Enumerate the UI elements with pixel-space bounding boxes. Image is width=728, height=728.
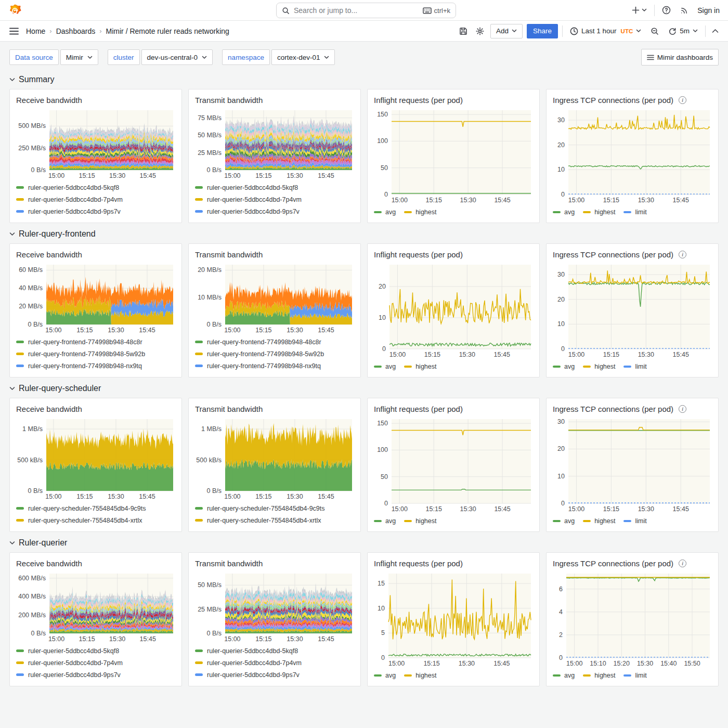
- info-icon[interactable]: i: [679, 96, 686, 104]
- variable-cluster-label[interactable]: cluster: [108, 49, 140, 65]
- menu-toggle[interactable]: [7, 25, 21, 37]
- chart-svg[interactable]: 0 B/s250 MB/s500 MB/s15:0015:1515:3015:4…: [16, 107, 175, 180]
- legend-label[interactable]: avg: [385, 363, 396, 370]
- news-button[interactable]: [678, 4, 691, 17]
- legend-label[interactable]: highest: [594, 672, 615, 679]
- legend-label[interactable]: ruler-querier-5ddbcc4dbd-9ps7v: [28, 671, 121, 679]
- panel-title[interactable]: Inflight requests (per pod): [374, 405, 463, 413]
- legend-label[interactable]: highest: [594, 363, 615, 370]
- variable-namespace-label[interactable]: namespace: [222, 49, 270, 65]
- section-header-ruler-querier[interactable]: Ruler-querier: [9, 538, 719, 548]
- legend-label[interactable]: avg: [385, 517, 396, 525]
- panel-title[interactable]: Transmit bandwidth: [195, 405, 263, 413]
- breadcrumb-home[interactable]: Home: [26, 27, 45, 35]
- search-input[interactable]: Search or jump to... ctrl+k: [276, 3, 456, 18]
- chart-area[interactable]: 0 B/s250 MB/s500 MB/s15:0015:1515:3015:4…: [16, 107, 175, 180]
- variable-datasource-label[interactable]: Data source: [9, 49, 59, 65]
- chart-area[interactable]: 05010015015:0015:1515:3015:45: [374, 107, 533, 204]
- legend-label[interactable]: ruler-query-scheduler-7554845db4-xrtlx: [207, 517, 321, 524]
- help-button[interactable]: [660, 4, 673, 17]
- chart-svg[interactable]: 05101515:0015:1515:3015:45: [374, 570, 533, 668]
- info-icon[interactable]: i: [679, 560, 686, 567]
- chart-svg[interactable]: 05010015015:0015:1515:3015:45: [374, 107, 533, 204]
- panel-title[interactable]: Inflight requests (per pod): [374, 96, 463, 105]
- panel-title[interactable]: Transmit bandwidth: [195, 250, 263, 259]
- chart-area[interactable]: 0102015:0015:1515:3015:45: [374, 262, 533, 359]
- legend-label[interactable]: ruler-querier-5ddbcc4dbd-7p4vm: [207, 659, 302, 667]
- chart-svg[interactable]: 0 B/s25 MB/s50 MB/s15:0015:1515:3015:45: [195, 570, 354, 643]
- legend-label[interactable]: highest: [594, 209, 615, 216]
- kiosk-mode-button[interactable]: [710, 27, 721, 35]
- section-header-ruler-query-frontend[interactable]: Ruler-query-frontend: [9, 229, 719, 239]
- legend-label[interactable]: avg: [564, 517, 575, 525]
- legend-label[interactable]: highest: [415, 363, 436, 370]
- panel-title[interactable]: Transmit bandwidth: [195, 96, 263, 105]
- panel-title[interactable]: Ingress TCP connections (per pod): [553, 559, 673, 568]
- grafana-logo[interactable]: [8, 4, 22, 17]
- panel-title[interactable]: Ingress TCP connections (per pod): [553, 250, 673, 259]
- legend-label[interactable]: highest: [415, 517, 436, 525]
- add-button[interactable]: Add: [490, 24, 523, 38]
- variable-namespace-value[interactable]: cortex-dev-01: [271, 49, 335, 65]
- panel-title[interactable]: Receive bandwidth: [16, 250, 82, 259]
- legend-label[interactable]: avg: [385, 209, 396, 216]
- legend-label[interactable]: ruler-querier-5ddbcc4dbd-5kqf8: [207, 184, 298, 191]
- legend-label[interactable]: limit: [635, 672, 646, 679]
- breadcrumb-dashboards[interactable]: Dashboards: [56, 27, 96, 35]
- info-icon[interactable]: i: [679, 405, 686, 413]
- legend-label[interactable]: ruler-query-frontend-774998b948-48c8r: [28, 339, 142, 346]
- legend-label[interactable]: ruler-querier-5ddbcc4dbd-7p4vm: [28, 196, 123, 203]
- legend-label[interactable]: ruler-query-frontend-774998b948-nx9tq: [28, 362, 142, 370]
- variable-cluster-value[interactable]: dev-us-central-0: [141, 49, 213, 65]
- dashboard-settings-button[interactable]: [474, 25, 486, 37]
- new-button[interactable]: [630, 4, 649, 16]
- chart-area[interactable]: 010203015:0015:1515:3015:45: [553, 262, 712, 359]
- legend-label[interactable]: ruler-query-scheduler-7554845db4-9c9ts: [28, 505, 146, 512]
- panel-title[interactable]: Receive bandwidth: [16, 559, 82, 568]
- legend-label[interactable]: limit: [635, 517, 646, 525]
- legend-label[interactable]: ruler-querier-5ddbcc4dbd-9ps7v: [207, 208, 300, 215]
- panel-title[interactable]: Ingress TCP connections (per pod): [553, 96, 673, 105]
- legend-label[interactable]: ruler-query-frontend-774998b948-48c8r: [207, 339, 321, 346]
- chart-svg[interactable]: 0 B/s500 kB/s1 MB/s15:0015:1515:3015:45: [16, 416, 175, 501]
- chart-svg[interactable]: 024615:0015:1015:2015:3015:4015:50: [553, 570, 712, 668]
- chart-svg[interactable]: 0 B/s10 MB/s20 MB/s15:0015:1515:3015:45: [195, 262, 354, 334]
- chart-area[interactable]: 0 B/s25 MB/s50 MB/s15:0015:1515:3015:45: [195, 570, 354, 643]
- chart-area[interactable]: 010203015:0015:1515:3015:45: [553, 416, 712, 513]
- share-button[interactable]: Share: [527, 24, 558, 38]
- legend-label[interactable]: highest: [415, 209, 436, 216]
- chart-area[interactable]: 010203015:0015:1515:3015:45: [553, 107, 712, 204]
- chart-area[interactable]: 05010015015:0015:1515:3015:45: [374, 416, 533, 513]
- legend-label[interactable]: ruler-query-scheduler-7554845db4-9c9ts: [207, 505, 325, 512]
- legend-label[interactable]: ruler-querier-5ddbcc4dbd-5kqf8: [28, 184, 119, 191]
- chart-svg[interactable]: 010203015:0015:1515:3015:45: [553, 262, 712, 359]
- sign-in-link[interactable]: Sign in: [696, 6, 720, 15]
- panel-title[interactable]: Inflight requests (per pod): [374, 250, 463, 259]
- chart-area[interactable]: 0 B/s200 MB/s400 MB/s600 MB/s15:0015:151…: [16, 570, 175, 643]
- legend-label[interactable]: ruler-querier-5ddbcc4dbd-9ps7v: [28, 208, 121, 215]
- panel-title[interactable]: Receive bandwidth: [16, 96, 82, 105]
- section-header-summary[interactable]: Summary: [9, 75, 719, 84]
- legend-label[interactable]: avg: [564, 209, 575, 216]
- legend-label[interactable]: ruler-query-scheduler-7554845db4-xrtlx: [28, 517, 142, 524]
- panel-title[interactable]: Ingress TCP connections (per pod): [553, 405, 673, 413]
- legend-label[interactable]: ruler-querier-5ddbcc4dbd-7p4vm: [207, 196, 302, 203]
- chart-area[interactable]: 0 B/s500 kB/s1 MB/s15:0015:1515:3015:45: [195, 416, 354, 501]
- legend-label[interactable]: avg: [385, 672, 396, 679]
- legend-label[interactable]: limit: [635, 209, 646, 216]
- legend-label[interactable]: ruler-querier-5ddbcc4dbd-7p4vm: [28, 659, 123, 667]
- chart-svg[interactable]: 0 B/s500 kB/s1 MB/s15:0015:1515:3015:45: [195, 416, 354, 501]
- chart-svg[interactable]: 0 B/s20 MB/s40 MB/s60 MB/s15:0015:1515:3…: [16, 262, 175, 334]
- time-range-picker[interactable]: Last 1 hour UTC: [567, 25, 644, 37]
- section-header-ruler-query-scheduler[interactable]: Ruler-query-scheduler: [9, 384, 719, 393]
- legend-label[interactable]: avg: [564, 363, 575, 370]
- chart-svg[interactable]: 0102015:0015:1515:3015:45: [374, 262, 533, 359]
- legend-label[interactable]: highest: [415, 672, 436, 679]
- chart-area[interactable]: 05101515:0015:1515:3015:45: [374, 570, 533, 668]
- refresh-picker[interactable]: 5m: [665, 25, 701, 37]
- legend-label[interactable]: avg: [564, 672, 575, 679]
- legend-label[interactable]: highest: [594, 517, 615, 525]
- chart-area[interactable]: 0 B/s20 MB/s40 MB/s60 MB/s15:0015:1515:3…: [16, 262, 175, 334]
- chart-area[interactable]: 0 B/s500 kB/s1 MB/s15:0015:1515:3015:45: [16, 416, 175, 501]
- chart-area[interactable]: 0 B/s25 MB/s50 MB/s75 MB/s15:0015:1515:3…: [195, 107, 354, 180]
